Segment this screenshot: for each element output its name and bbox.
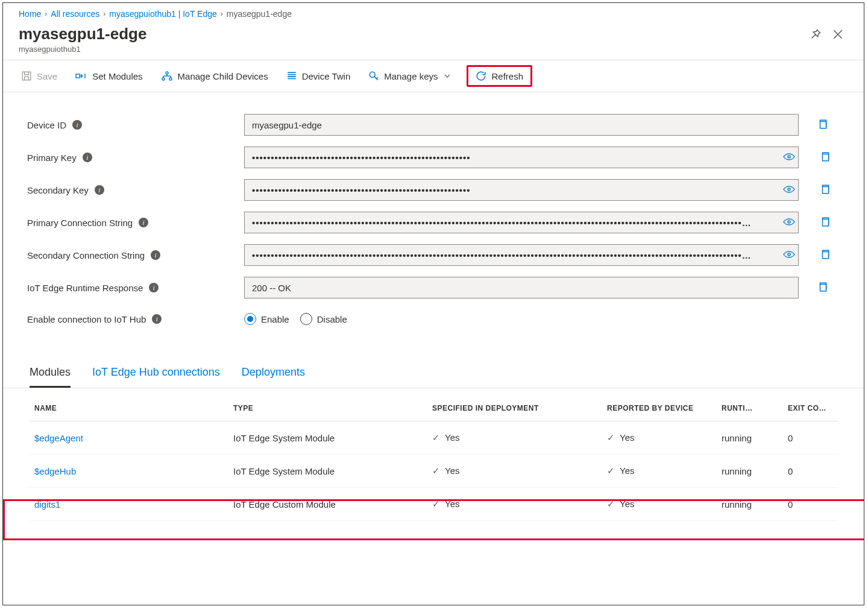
device-id-label: Device ID (27, 120, 66, 130)
module-type: IoT Edge Custom Module (228, 488, 427, 521)
manage-child-devices-button[interactable]: Manage Child Devices (159, 67, 271, 85)
info-icon[interactable]: i (72, 120, 82, 130)
runtime-response-field[interactable]: 200 -- OK (244, 277, 799, 298)
table-row: $edgeAgentIoT Edge System Module✓Yes✓Yes… (30, 421, 837, 455)
check-icon: ✓ (432, 432, 440, 443)
module-specified: ✓Yes (427, 421, 602, 455)
svg-point-9 (788, 188, 790, 191)
svg-rect-14 (823, 251, 829, 258)
close-icon[interactable] (832, 29, 843, 40)
chevron-right-icon: › (221, 10, 223, 18)
pin-icon[interactable] (810, 28, 822, 40)
svg-point-2 (166, 72, 168, 74)
copy-icon[interactable] (817, 216, 834, 229)
module-specified: ✓Yes (427, 488, 602, 521)
svg-point-5 (370, 72, 376, 77)
copy-icon[interactable] (817, 151, 834, 164)
page-title: myasegpu1-edge (19, 25, 146, 43)
module-runtime: running (717, 421, 783, 455)
tab-deployments[interactable]: Deployments (242, 360, 305, 388)
refresh-button[interactable]: Refresh (467, 65, 532, 87)
device-twin-button[interactable]: Device Twin (284, 67, 353, 85)
svg-point-11 (788, 221, 790, 223)
manage-keys-label: Manage keys (384, 71, 438, 81)
primary-key-field[interactable]: ••••••••••••••••••••••••••••••••••••••••… (244, 147, 799, 168)
secondary-key-label: Secondary Key (27, 185, 89, 195)
manage-keys-button[interactable]: Manage keys (366, 67, 453, 85)
secondary-key-field[interactable]: ••••••••••••••••••••••••••••••••••••••••… (244, 179, 799, 201)
refresh-label: Refresh (491, 71, 523, 81)
info-icon[interactable]: i (83, 153, 92, 162)
disable-radio[interactable]: Disable (300, 313, 347, 325)
reveal-icon[interactable] (783, 250, 801, 260)
set-modules-label: Set Modules (92, 71, 142, 81)
col-name[interactable]: NAME (30, 393, 228, 421)
breadcrumb-iot-hub[interactable]: myasegpuiothub1 | IoT Edge (109, 9, 217, 19)
modules-table: NAME TYPE SPECIFIED IN DEPLOYMENT REPORT… (30, 393, 837, 521)
set-modules-button[interactable]: Set Modules (73, 67, 145, 85)
page-header: myasegpu1-edge myasegpuiothub1 (3, 22, 864, 60)
device-id-field[interactable]: myasegpu1-edge (244, 114, 799, 136)
breadcrumb-current: myasegpu1-edge (227, 9, 292, 19)
svg-rect-6 (820, 121, 826, 128)
check-icon: ✓ (432, 465, 440, 476)
info-icon[interactable]: i (151, 250, 160, 260)
chevron-down-icon (444, 72, 451, 80)
copy-icon[interactable] (814, 282, 831, 294)
col-reported[interactable]: REPORTED BY DEVICE (602, 393, 717, 421)
col-runtime[interactable]: RUNTI… (717, 393, 783, 421)
chevron-right-icon: › (103, 10, 105, 18)
info-icon[interactable]: i (95, 185, 104, 195)
svg-point-13 (788, 253, 790, 256)
breadcrumb-all-resources[interactable]: All resources (51, 9, 99, 19)
runtime-response-label: IoT Edge Runtime Response (27, 283, 143, 293)
info-icon[interactable]: i (149, 283, 159, 292)
tab-connections[interactable]: IoT Edge Hub connections (92, 360, 220, 388)
reveal-icon[interactable] (783, 153, 801, 163)
primary-conn-label: Primary Connection String (27, 218, 133, 228)
module-specified: ✓Yes (427, 455, 602, 488)
col-exit[interactable]: EXIT CO… (783, 393, 837, 421)
modules-table-wrap: NAME TYPE SPECIFIED IN DEPLOYMENT REPORT… (3, 393, 864, 521)
disable-radio-label: Disable (317, 314, 347, 324)
device-twin-label: Device Twin (302, 71, 351, 81)
reveal-icon[interactable] (783, 218, 801, 228)
page-subtitle: myasegpuiothub1 (19, 45, 146, 54)
primary-conn-field[interactable]: ••••••••••••••••••••••••••••••••••••••••… (244, 212, 799, 233)
check-icon: ✓ (607, 432, 615, 443)
chevron-right-icon: › (45, 10, 47, 18)
module-link[interactable]: $edgeAgent (34, 433, 83, 443)
reveal-icon[interactable] (783, 185, 801, 195)
breadcrumb: Home › All resources › myasegpuiothub1 |… (3, 3, 864, 22)
enable-radio-label: Enable (261, 314, 289, 324)
copy-icon[interactable] (817, 249, 834, 262)
tab-modules[interactable]: Modules (30, 360, 71, 388)
tab-bar: Modules IoT Edge Hub connections Deploym… (3, 342, 864, 388)
secondary-conn-field[interactable]: ••••••••••••••••••••••••••••••••••••••••… (244, 244, 799, 266)
module-exit: 0 (783, 421, 837, 455)
check-icon: ✓ (607, 499, 615, 509)
col-type[interactable]: TYPE (228, 393, 427, 421)
info-icon[interactable]: i (139, 218, 148, 227)
secondary-conn-label: Secondary Connection String (27, 250, 145, 260)
svg-rect-1 (76, 74, 80, 78)
check-icon: ✓ (607, 465, 615, 476)
module-type: IoT Edge System Module (228, 421, 427, 455)
save-label: Save (37, 71, 57, 81)
enable-radio[interactable]: Enable (244, 313, 289, 325)
copy-icon[interactable] (817, 184, 834, 197)
col-specified[interactable]: SPECIFIED IN DEPLOYMENT (427, 393, 602, 421)
svg-rect-10 (823, 186, 829, 193)
svg-rect-0 (22, 72, 31, 80)
toolbar: Save Set Modules Manage Child Devices De… (3, 60, 864, 92)
table-row: digits1IoT Edge Custom Module✓Yes✓Yesrun… (30, 488, 837, 521)
table-row: $edgeHubIoT Edge System Module✓Yes✓Yesru… (30, 455, 837, 488)
module-link[interactable]: $edgeHub (34, 466, 76, 476)
info-icon[interactable]: i (152, 314, 162, 324)
module-exit: 0 (783, 488, 837, 521)
svg-rect-15 (820, 284, 826, 291)
copy-icon[interactable] (814, 119, 831, 131)
module-link[interactable]: digits1 (34, 499, 60, 510)
breadcrumb-home[interactable]: Home (19, 9, 41, 19)
module-type: IoT Edge System Module (228, 455, 427, 488)
